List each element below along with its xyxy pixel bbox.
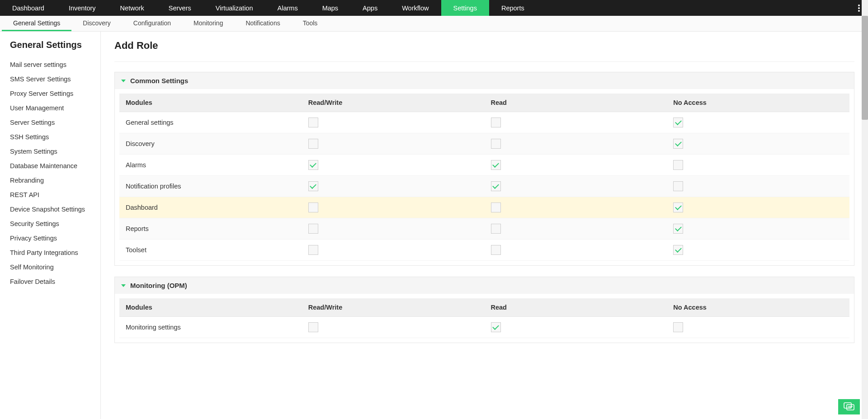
module-name: Monitoring settings: [119, 317, 302, 338]
table-row: Discovery: [119, 133, 849, 155]
permissions-table: Modules Read/Write Read No Access Monito…: [119, 298, 849, 338]
checkbox-r[interactable]: [491, 224, 501, 234]
checkbox-rw[interactable]: [308, 181, 318, 191]
checkbox-na[interactable]: [673, 322, 683, 332]
sidebar-item[interactable]: Failover Details: [0, 274, 100, 289]
col-read: Read: [485, 94, 667, 112]
checkbox-r[interactable]: [491, 118, 501, 127]
nav-settings[interactable]: Settings: [441, 0, 489, 16]
top-nav: Dashboard Inventory Network Servers Virt…: [0, 0, 868, 16]
sidebar: General Settings Mail server settings SM…: [0, 32, 101, 419]
col-modules: Modules: [119, 298, 302, 317]
sidebar-title: General Settings: [0, 40, 100, 57]
scrollbar-track[interactable]: [862, 0, 868, 419]
sidebar-item[interactable]: Database Maintenance: [0, 159, 100, 173]
sidebar-item[interactable]: Rebranding: [0, 173, 100, 188]
sidebar-item[interactable]: Device Snapshot Settings: [0, 202, 100, 217]
sidebar-item[interactable]: Privacy Settings: [0, 231, 100, 245]
permissions-table: Modules Read/Write Read No Access Genera…: [119, 94, 849, 261]
nav-workflow[interactable]: Workflow: [390, 0, 441, 16]
table-row: Monitoring settings: [119, 317, 849, 338]
subnav-notifications[interactable]: Notifications: [234, 16, 291, 31]
sub-nav: General Settings Discovery Configuration…: [0, 16, 868, 32]
svg-point-2: [858, 10, 860, 12]
checkbox-rw[interactable]: [308, 202, 318, 212]
nav-servers[interactable]: Servers: [156, 0, 203, 16]
nav-inventory[interactable]: Inventory: [57, 0, 108, 16]
col-noaccess: No Access: [667, 94, 849, 112]
nav-virtualization[interactable]: Virtualization: [203, 0, 265, 16]
checkbox-na[interactable]: [673, 202, 683, 212]
nav-apps[interactable]: Apps: [350, 0, 390, 16]
table-row: Alarms: [119, 155, 849, 176]
checkbox-na[interactable]: [673, 160, 683, 170]
nav-dashboard[interactable]: Dashboard: [0, 0, 57, 16]
checkbox-na[interactable]: [673, 224, 683, 234]
sidebar-item[interactable]: SSH Settings: [0, 130, 100, 144]
table-row: Reports: [119, 218, 849, 240]
svg-rect-4: [847, 405, 854, 410]
sidebar-item[interactable]: Proxy Server Settings: [0, 86, 100, 101]
section-header[interactable]: Common Settings: [115, 72, 854, 89]
table-row: General settings: [119, 112, 849, 133]
subnav-tools[interactable]: Tools: [292, 16, 329, 31]
module-name: Discovery: [119, 133, 302, 155]
checkbox-r[interactable]: [491, 202, 501, 212]
checkbox-na[interactable]: [673, 118, 683, 127]
sidebar-item[interactable]: REST API: [0, 188, 100, 202]
col-noaccess: No Access: [667, 298, 849, 317]
main-content: Add Role Common Settings Modules Read/Wr…: [101, 32, 868, 419]
subnav-configuration[interactable]: Configuration: [122, 16, 182, 31]
subnav-monitoring[interactable]: Monitoring: [182, 16, 234, 31]
subnav-general-settings[interactable]: General Settings: [2, 16, 71, 31]
svg-point-1: [858, 7, 860, 9]
col-read: Read: [485, 298, 667, 317]
checkbox-rw[interactable]: [308, 139, 318, 149]
sidebar-item[interactable]: System Settings: [0, 144, 100, 159]
checkbox-rw[interactable]: [308, 118, 318, 127]
collapse-icon: [121, 284, 126, 287]
nav-alarms[interactable]: Alarms: [265, 0, 310, 16]
checkbox-rw[interactable]: [308, 322, 318, 332]
module-name: Notification profiles: [119, 176, 302, 197]
scrollbar-thumb[interactable]: [862, 16, 868, 120]
sidebar-item[interactable]: User Management: [0, 101, 100, 115]
sidebar-item[interactable]: Security Settings: [0, 217, 100, 231]
module-name: Toolset: [119, 240, 302, 261]
section-monitoring-opm: Monitoring (OPM) Modules Read/Write Read…: [114, 277, 854, 343]
table-row: Dashboard: [119, 197, 849, 218]
sidebar-item[interactable]: Third Party Integrations: [0, 245, 100, 260]
page-title: Add Role: [114, 40, 854, 62]
module-name: General settings: [119, 112, 302, 133]
sidebar-item[interactable]: Server Settings: [0, 115, 100, 130]
chat-icon: [844, 402, 854, 411]
checkbox-r[interactable]: [491, 181, 501, 191]
sidebar-item[interactable]: SMS Server Settings: [0, 72, 100, 86]
svg-point-0: [858, 5, 860, 6]
section-header[interactable]: Monitoring (OPM): [115, 277, 854, 294]
checkbox-r[interactable]: [491, 322, 501, 332]
checkbox-rw[interactable]: [308, 245, 318, 255]
checkbox-na[interactable]: [673, 245, 683, 255]
section-common-settings: Common Settings Modules Read/Write Read …: [114, 72, 854, 266]
checkbox-na[interactable]: [673, 181, 683, 191]
table-row: Toolset: [119, 240, 849, 261]
sidebar-item[interactable]: Self Monitoring: [0, 260, 100, 274]
subnav-discovery[interactable]: Discovery: [71, 16, 122, 31]
collapse-icon: [121, 80, 126, 82]
checkbox-na[interactable]: [673, 139, 683, 149]
sidebar-item[interactable]: Mail server settings: [0, 57, 100, 72]
checkbox-r[interactable]: [491, 160, 501, 170]
col-readwrite: Read/Write: [302, 298, 485, 317]
checkbox-rw[interactable]: [308, 224, 318, 234]
module-name: Dashboard: [119, 197, 302, 218]
nav-maps[interactable]: Maps: [310, 0, 350, 16]
checkbox-rw[interactable]: [308, 160, 318, 170]
checkbox-r[interactable]: [491, 245, 501, 255]
chat-button[interactable]: [838, 399, 860, 414]
section-title: Common Settings: [130, 77, 188, 85]
nav-network[interactable]: Network: [108, 0, 156, 16]
checkbox-r[interactable]: [491, 139, 501, 149]
col-modules: Modules: [119, 94, 302, 112]
nav-reports[interactable]: Reports: [489, 0, 537, 16]
